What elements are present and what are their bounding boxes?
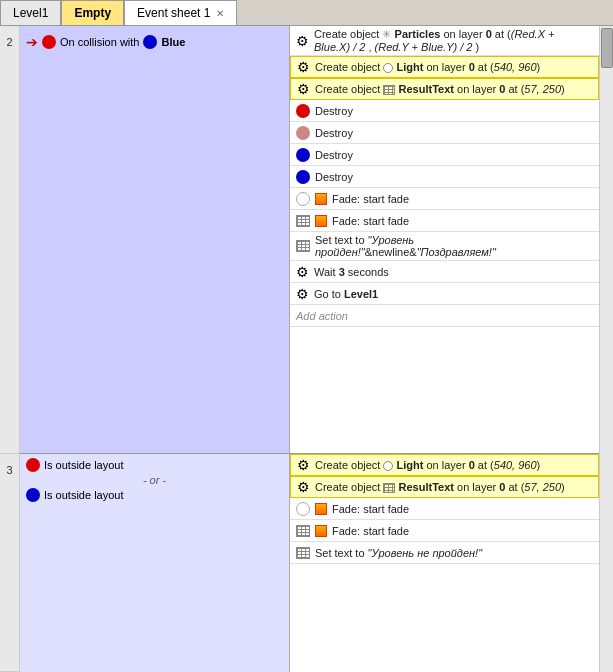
event-row-2: 2 ➔ On collision with Blue ⚙ Create obje… <box>0 26 613 454</box>
blue-object-label: Blue <box>161 36 185 48</box>
row3-blue-circle <box>26 488 40 502</box>
gear-icon-r3-2: ⚙ <box>297 479 310 495</box>
tab-close-icon[interactable]: ✕ <box>216 8 224 19</box>
action-create-particles[interactable]: ⚙ Create object ✳ Particles on layer 0 a… <box>290 26 599 56</box>
action-destroy-blue2[interactable]: Destroy <box>290 166 599 188</box>
tab-level1[interactable]: Level1 <box>0 0 61 25</box>
row3-action-fade1[interactable]: Fade: start fade <box>290 498 599 520</box>
row3-cond2-label: Is outside layout <box>44 489 124 501</box>
red-destroy-icon <box>296 104 310 118</box>
collision-label: On collision with <box>60 36 139 48</box>
action-settext1[interactable]: Set text to "Уровень пройден!"&newline&"… <box>290 232 599 261</box>
action-text-destroy2: Destroy <box>315 127 353 139</box>
row3-action-text-fade2: Fade: start fade <box>332 525 409 537</box>
action-fade1[interactable]: Fade: start fade <box>290 188 599 210</box>
row-number-3: 3 <box>0 454 20 672</box>
row3-action-light[interactable]: ⚙ Create object Light on layer 0 at (540… <box>290 454 599 476</box>
action-text-wait: Wait 3 seconds <box>314 266 389 278</box>
row3-action-text-resulttext: Create object ResultText on layer 0 at (… <box>315 481 565 493</box>
row3-conditions: Is outside layout - or - Is outside layo… <box>20 454 290 672</box>
or-separator: - or - <box>26 472 283 488</box>
orange-square-icon1 <box>315 193 327 205</box>
row3-action-settext[interactable]: Set text to "Уровень не пройден!" <box>290 542 599 564</box>
action-destroy-blue1[interactable]: Destroy <box>290 144 599 166</box>
action-text-destroy4: Destroy <box>315 171 353 183</box>
gear-icon-goto: ⚙ <box>296 286 309 302</box>
blue-destroy-icon2 <box>296 170 310 184</box>
tab-event-sheet[interactable]: Event sheet 1 ✕ <box>124 0 237 25</box>
red-light-destroy-icon <box>296 126 310 140</box>
row3-condition-2: Is outside layout <box>26 488 283 502</box>
r3-grid-icon <box>296 525 310 537</box>
row2-condition: ➔ On collision with Blue <box>26 34 283 50</box>
action-create-light[interactable]: ⚙ Create object Light on layer 0 at (540… <box>290 56 599 78</box>
row3-red-circle <box>26 458 40 472</box>
action-create-resulttext[interactable]: ⚙ Create object ResultText on layer 0 at… <box>290 78 599 100</box>
row3-actions: ⚙ Create object Light on layer 0 at (540… <box>290 454 599 672</box>
tab-level1-label: Level1 <box>13 6 48 20</box>
action-text-resulttext: Create object ResultText on layer 0 at (… <box>315 83 565 95</box>
gear-icon-wait: ⚙ <box>296 264 309 280</box>
gear-icon-1: ⚙ <box>296 33 309 49</box>
tab-empty[interactable]: Empty <box>61 0 124 25</box>
action-text-destroy3: Destroy <box>315 149 353 161</box>
action-text-destroy1: Destroy <box>315 105 353 117</box>
r3-orange-square1 <box>315 503 327 515</box>
r3-grid-settext <box>296 547 310 559</box>
action-text-fade2: Fade: start fade <box>332 215 409 227</box>
scrollbar-thumb[interactable] <box>601 28 613 68</box>
event-row-3: 3 Is outside layout - or - Is outside la… <box>0 454 613 672</box>
main-content: 2 ➔ On collision with Blue ⚙ Create obje… <box>0 26 613 672</box>
grid-settext-icon <box>296 240 310 252</box>
row3-action-text-fade1: Fade: start fade <box>332 503 409 515</box>
row3-condition-1: Is outside layout <box>26 458 283 472</box>
gear-icon-3: ⚙ <box>297 81 310 97</box>
action-wait[interactable]: ⚙ Wait 3 seconds <box>290 261 599 283</box>
row2-actions: ⚙ Create object ✳ Particles on layer 0 a… <box>290 26 599 454</box>
row3-action-text-settext: Set text to "Уровень не пройден!" <box>315 547 482 559</box>
r3-white-circle <box>296 502 310 516</box>
action-destroy-red1[interactable]: Destroy <box>290 100 599 122</box>
blue-circle-condition <box>143 35 157 49</box>
scrollbar[interactable] <box>599 26 613 454</box>
tab-event-sheet-label: Event sheet 1 <box>137 6 210 20</box>
arrow-icon: ➔ <box>26 34 38 50</box>
scrollbar-bottom <box>599 454 613 672</box>
gear-icon-2: ⚙ <box>297 59 310 75</box>
action-destroy-red2[interactable]: Destroy <box>290 122 599 144</box>
action-text-goto: Go to Level1 <box>314 288 378 300</box>
row3-action-text-light: Create object Light on layer 0 at (540, … <box>315 459 540 471</box>
red-circle-condition <box>42 35 56 49</box>
blue-destroy-icon1 <box>296 148 310 162</box>
row3-action-fade2[interactable]: Fade: start fade <box>290 520 599 542</box>
action-text-settext1: Set text to "Уровень пройден!"&newline&"… <box>315 234 593 258</box>
action-goto[interactable]: ⚙ Go to Level1 <box>290 283 599 305</box>
r3-orange-square2 <box>315 525 327 537</box>
row-number-2: 2 <box>0 26 20 454</box>
action-fade2[interactable]: Fade: start fade <box>290 210 599 232</box>
action-text-particles: Create object ✳ Particles on layer 0 at … <box>314 28 593 53</box>
row3-action-resulttext[interactable]: ⚙ Create object ResultText on layer 0 at… <box>290 476 599 498</box>
orange-square-icon2 <box>315 215 327 227</box>
add-action-label: Add action <box>296 310 348 322</box>
add-action-row2[interactable]: Add action <box>290 305 599 327</box>
gear-icon-r3-1: ⚙ <box>297 457 310 473</box>
white-fade-icon <box>296 192 310 206</box>
action-text-light: Create object Light on layer 0 at (540, … <box>315 61 540 73</box>
tab-bar: Level1 Empty Event sheet 1 ✕ <box>0 0 613 26</box>
action-text-fade1: Fade: start fade <box>332 193 409 205</box>
grid-fade-icon <box>296 215 310 227</box>
row3-cond1-label: Is outside layout <box>44 459 124 471</box>
tab-empty-label: Empty <box>74 6 111 20</box>
